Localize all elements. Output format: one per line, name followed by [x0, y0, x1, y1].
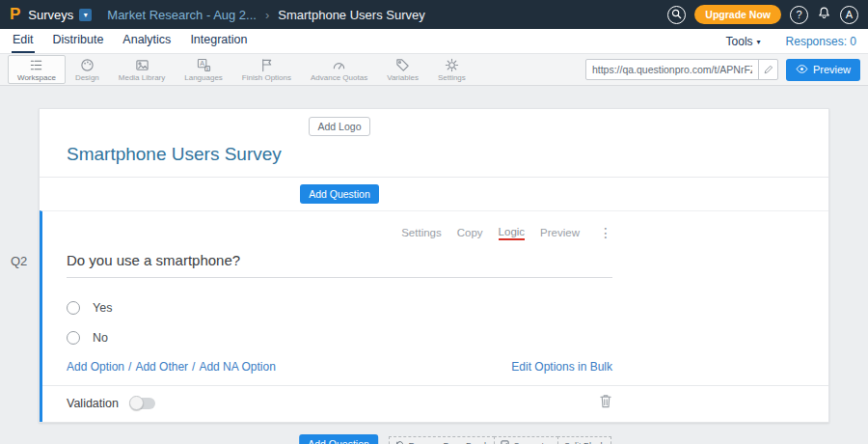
- add-na-option-link[interactable]: Add NA Option: [199, 360, 275, 374]
- preview-button[interactable]: Preview: [786, 59, 860, 81]
- translate-icon: Aa: [197, 58, 211, 72]
- edit-url-button[interactable]: [758, 60, 777, 79]
- toolbar-item-design[interactable]: Design: [66, 55, 109, 84]
- question-mark-icon: ?: [796, 9, 801, 20]
- svg-text:A: A: [200, 60, 204, 67]
- chevron-down-icon: ▾: [79, 9, 92, 21]
- radio-button[interactable]: [67, 331, 80, 345]
- answer-option-label[interactable]: Yes: [93, 301, 112, 315]
- toolbar-item-variables[interactable]: Variables: [377, 55, 428, 84]
- question-actions: Settings Copy Logic Preview ⋮: [67, 225, 612, 240]
- bell-icon: [817, 6, 831, 24]
- toolbar-item-workspace[interactable]: Workspace: [8, 55, 66, 84]
- answer-options-list: Yes No: [67, 300, 612, 346]
- questionpro-logo[interactable]: P: [10, 5, 20, 24]
- toolbar-item-media-library[interactable]: Media Library: [109, 55, 175, 84]
- breadcrumb-current-survey: Smartphone Users Survey: [278, 8, 424, 22]
- toolbar-item-advance-quotas[interactable]: Advance Quotas: [301, 55, 377, 84]
- breadcrumb: Market Research - Aug 2... › Smartphone …: [107, 8, 424, 22]
- answer-option-no[interactable]: No: [67, 330, 612, 346]
- validation-toggle[interactable]: [130, 398, 155, 409]
- breadcrumb-parent-folder[interactable]: Market Research - Aug 2...: [107, 8, 257, 22]
- toolbar-item-label: Variables: [387, 73, 419, 82]
- answer-option-label[interactable]: No: [93, 331, 108, 345]
- top-navbar: P Surveys ▾ Market Research - Aug 2... ›…: [0, 0, 868, 29]
- toolbar-item-settings[interactable]: Settings: [428, 55, 475, 84]
- toolbar-item-label: Design: [75, 73, 99, 82]
- search-button[interactable]: [667, 6, 686, 24]
- editor-toolbar: Workspace Design Media Library Aa Langua…: [0, 54, 868, 86]
- tab-analytics[interactable]: Analytics: [122, 29, 172, 53]
- survey-title[interactable]: Smartphone Users Survey: [67, 144, 612, 165]
- trash-icon: [599, 394, 612, 412]
- tab-integration[interactable]: Integration: [189, 29, 248, 53]
- remove-page-break-button[interactable]: Remove Page Break: [389, 436, 495, 444]
- delete-question-button[interactable]: [599, 394, 612, 412]
- survey-url-input[interactable]: [586, 64, 758, 75]
- eye-icon: [796, 64, 808, 75]
- question-action-settings[interactable]: Settings: [401, 227, 442, 238]
- checkbox-icon: [501, 440, 509, 444]
- image-icon: [135, 58, 149, 72]
- breadcrumb-separator: ›: [265, 8, 269, 22]
- tab-distribute[interactable]: Distribute: [52, 29, 105, 53]
- question-action-copy[interactable]: Copy: [457, 227, 483, 238]
- add-option-link[interactable]: Add Option: [67, 360, 124, 374]
- link-separator: /: [128, 360, 131, 374]
- toolbar-item-label: Workspace: [17, 73, 56, 82]
- add-question-button-top[interactable]: Add Question: [300, 184, 379, 204]
- toolbar-item-finish-options[interactable]: Finish Options: [232, 55, 301, 84]
- more-options-icon[interactable]: ⋮: [599, 225, 612, 240]
- remove-page-break-label: Remove Page Break: [408, 441, 488, 444]
- responses-count-link[interactable]: Responses: 0: [786, 35, 856, 48]
- palette-icon: [80, 58, 95, 72]
- separator-button[interactable]: Separator: [494, 436, 558, 444]
- undo-icon: [395, 440, 404, 444]
- topbar-actions: Upgrade Now ? A: [667, 5, 858, 24]
- svg-text:a: a: [205, 66, 208, 70]
- title-row: Smartphone Users Survey: [40, 144, 828, 165]
- tools-label: Tools: [726, 35, 753, 48]
- option-links-row: Add Option / Add Other / Add NA Option E…: [67, 360, 612, 374]
- answer-option-yes[interactable]: Yes: [67, 300, 612, 316]
- upgrade-now-button[interactable]: Upgrade Now: [694, 5, 781, 24]
- toolbar-item-label: Media Library: [119, 73, 165, 82]
- split-block-button[interactable]: Split Block: [557, 436, 611, 444]
- surveys-dropdown[interactable]: Surveys ▾: [28, 8, 92, 22]
- question-text-field[interactable]: Do you use a smartphone?: [67, 252, 612, 278]
- radio-button[interactable]: [67, 301, 80, 315]
- add-other-link[interactable]: Add Other: [135, 360, 188, 374]
- toolbar-item-label: Settings: [438, 73, 466, 82]
- workspace-icon: [29, 58, 43, 72]
- gear-icon: [445, 58, 459, 72]
- help-button[interactable]: ?: [790, 6, 808, 24]
- logo-row: Add Logo: [40, 109, 828, 136]
- search-icon: [671, 9, 682, 21]
- add-logo-button[interactable]: Add Logo: [309, 117, 371, 136]
- add-question-row-top: Add Question: [40, 178, 828, 210]
- validation-row: Validation: [42, 386, 828, 422]
- tabs-right-group: Tools ▾ Responses: 0: [726, 35, 856, 53]
- flag-icon: [259, 58, 274, 72]
- add-option-links: Add Option / Add Other / Add NA Option: [67, 360, 276, 374]
- question-action-preview[interactable]: Preview: [540, 227, 580, 238]
- tools-dropdown[interactable]: Tools ▾: [726, 35, 761, 48]
- split-block-label: Split Block: [564, 441, 605, 444]
- question-id-label: Q2: [11, 254, 27, 268]
- edit-options-in-bulk-link[interactable]: Edit Options in Bulk: [511, 360, 612, 374]
- toggle-knob: [129, 396, 144, 410]
- notifications-button[interactable]: [817, 6, 831, 24]
- page-break-controls: Remove Page Break Separator Split Block: [390, 436, 611, 444]
- add-question-button-bottom[interactable]: Add Question: [299, 434, 378, 444]
- avatar[interactable]: A: [840, 6, 858, 24]
- surveys-label: Surveys: [28, 8, 73, 22]
- toolbar-item-languages[interactable]: Aa Languages: [175, 55, 232, 84]
- tab-edit[interactable]: Edit: [12, 29, 35, 53]
- toolbar-item-label: Languages: [184, 73, 223, 82]
- tag-icon: [395, 58, 410, 72]
- separator-label: Separator: [513, 441, 552, 444]
- survey-editor-canvas: Add Logo Smartphone Users Survey Add Que…: [0, 86, 868, 444]
- avatar-initial: A: [846, 9, 853, 20]
- toolbar-item-label: Advance Quotas: [311, 73, 367, 82]
- question-action-logic[interactable]: Logic: [499, 226, 526, 240]
